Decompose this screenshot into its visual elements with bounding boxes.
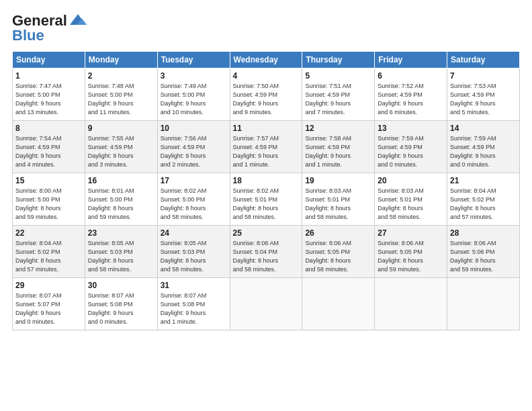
table-cell: 3Sunrise: 7:49 AMSunset: 5:00 PMDaylight… bbox=[157, 68, 230, 121]
day-number: 2 bbox=[88, 71, 154, 81]
day-number: 29 bbox=[15, 281, 82, 290]
day-number: 9 bbox=[88, 124, 154, 133]
day-detail: Sunrise: 8:03 AMSunset: 5:01 PMDaylight:… bbox=[378, 187, 424, 220]
day-number: 14 bbox=[450, 124, 517, 133]
day-detail: Sunrise: 7:51 AMSunset: 4:59 PMDaylight:… bbox=[305, 83, 351, 116]
day-detail: Sunrise: 8:06 AMSunset: 5:06 PMDaylight:… bbox=[450, 240, 496, 273]
table-cell: 21Sunrise: 8:04 AMSunset: 5:02 PMDayligh… bbox=[447, 173, 520, 226]
calendar-table: Sunday Monday Tuesday Wednesday Thursday… bbox=[12, 51, 520, 330]
table-cell: 15Sunrise: 8:00 AMSunset: 5:00 PMDayligh… bbox=[13, 173, 85, 226]
logo-icon bbox=[69, 13, 87, 28]
table-cell: 24Sunrise: 8:05 AMSunset: 5:03 PMDayligh… bbox=[157, 226, 230, 278]
table-cell: 6Sunrise: 7:52 AMSunset: 4:59 PMDaylight… bbox=[375, 68, 447, 121]
day-number: 15 bbox=[15, 176, 82, 185]
col-tuesday: Tuesday bbox=[157, 52, 230, 68]
table-cell: 19Sunrise: 8:03 AMSunset: 5:01 PMDayligh… bbox=[302, 173, 375, 226]
table-cell: 8Sunrise: 7:54 AMSunset: 4:59 PMDaylight… bbox=[13, 121, 85, 173]
day-number: 19 bbox=[305, 176, 371, 185]
day-detail: Sunrise: 7:59 AMSunset: 4:59 PMDaylight:… bbox=[378, 135, 424, 168]
day-detail: Sunrise: 7:57 AMSunset: 4:59 PMDaylight:… bbox=[233, 135, 279, 168]
day-detail: Sunrise: 8:06 AMSunset: 5:05 PMDaylight:… bbox=[378, 240, 424, 273]
day-detail: Sunrise: 8:04 AMSunset: 5:02 PMDaylight:… bbox=[450, 187, 496, 220]
day-number: 23 bbox=[88, 228, 154, 238]
week-row-3: 15Sunrise: 8:00 AMSunset: 5:00 PMDayligh… bbox=[13, 173, 520, 226]
day-number: 26 bbox=[305, 228, 371, 238]
table-cell: 1Sunrise: 7:47 AMSunset: 5:00 PMDaylight… bbox=[13, 68, 85, 121]
day-detail: Sunrise: 7:48 AMSunset: 5:00 PMDaylight:… bbox=[88, 83, 134, 116]
day-number: 27 bbox=[378, 228, 444, 238]
day-number: 25 bbox=[233, 228, 300, 238]
table-cell: 11Sunrise: 7:57 AMSunset: 4:59 PMDayligh… bbox=[230, 121, 302, 173]
table-cell: 30Sunrise: 8:07 AMSunset: 5:08 PMDayligh… bbox=[85, 278, 157, 330]
table-cell: 7Sunrise: 7:53 AMSunset: 4:59 PMDaylight… bbox=[447, 68, 520, 121]
col-sunday: Sunday bbox=[13, 52, 85, 68]
day-detail: Sunrise: 8:07 AMSunset: 5:08 PMDaylight:… bbox=[161, 292, 207, 325]
day-detail: Sunrise: 8:06 AMSunset: 5:04 PMDaylight:… bbox=[233, 240, 279, 273]
day-detail: Sunrise: 8:04 AMSunset: 5:02 PMDaylight:… bbox=[15, 240, 62, 273]
day-number: 20 bbox=[378, 176, 444, 185]
day-detail: Sunrise: 8:02 AMSunset: 5:00 PMDaylight:… bbox=[161, 187, 207, 220]
week-row-4: 22Sunrise: 8:04 AMSunset: 5:02 PMDayligh… bbox=[13, 226, 520, 278]
day-detail: Sunrise: 7:50 AMSunset: 4:59 PMDaylight:… bbox=[233, 83, 279, 116]
table-cell: 2Sunrise: 7:48 AMSunset: 5:00 PMDaylight… bbox=[85, 68, 157, 121]
col-monday: Monday bbox=[85, 52, 157, 68]
calendar-header-row: Sunday Monday Tuesday Wednesday Thursday… bbox=[13, 52, 520, 68]
table-cell bbox=[230, 278, 302, 330]
table-cell: 10Sunrise: 7:56 AMSunset: 4:59 PMDayligh… bbox=[157, 121, 230, 173]
table-cell: 29Sunrise: 8:07 AMSunset: 5:07 PMDayligh… bbox=[13, 278, 85, 330]
day-number: 21 bbox=[450, 176, 517, 185]
page-header: General Blue bbox=[12, 12, 520, 44]
day-number: 18 bbox=[233, 176, 300, 185]
day-number: 4 bbox=[233, 71, 300, 81]
day-detail: Sunrise: 8:05 AMSunset: 5:03 PMDaylight:… bbox=[88, 240, 134, 273]
col-friday: Friday bbox=[375, 52, 447, 68]
week-row-1: 1Sunrise: 7:47 AMSunset: 5:00 PMDaylight… bbox=[13, 68, 520, 121]
table-cell bbox=[375, 278, 447, 330]
day-number: 3 bbox=[161, 71, 227, 81]
day-detail: Sunrise: 8:03 AMSunset: 5:01 PMDaylight:… bbox=[305, 187, 351, 220]
day-number: 24 bbox=[161, 228, 227, 238]
day-detail: Sunrise: 8:07 AMSunset: 5:07 PMDaylight:… bbox=[15, 292, 62, 325]
table-cell: 26Sunrise: 8:06 AMSunset: 5:05 PMDayligh… bbox=[302, 226, 375, 278]
table-cell: 9Sunrise: 7:55 AMSunset: 4:59 PMDaylight… bbox=[85, 121, 157, 173]
day-detail: Sunrise: 8:06 AMSunset: 5:05 PMDaylight:… bbox=[305, 240, 351, 273]
table-cell bbox=[302, 278, 375, 330]
table-cell: 25Sunrise: 8:06 AMSunset: 5:04 PMDayligh… bbox=[230, 226, 302, 278]
day-detail: Sunrise: 7:53 AMSunset: 4:59 PMDaylight:… bbox=[450, 83, 496, 116]
day-detail: Sunrise: 7:49 AMSunset: 5:00 PMDaylight:… bbox=[161, 83, 207, 116]
day-number: 16 bbox=[88, 176, 154, 185]
table-cell: 23Sunrise: 8:05 AMSunset: 5:03 PMDayligh… bbox=[85, 226, 157, 278]
day-number: 1 bbox=[15, 71, 82, 81]
logo: General Blue bbox=[12, 12, 87, 44]
day-number: 7 bbox=[450, 71, 517, 81]
day-number: 30 bbox=[88, 281, 154, 290]
day-number: 22 bbox=[15, 228, 82, 238]
day-number: 8 bbox=[15, 124, 82, 133]
table-cell: 12Sunrise: 7:58 AMSunset: 4:59 PMDayligh… bbox=[302, 121, 375, 173]
table-cell: 28Sunrise: 8:06 AMSunset: 5:06 PMDayligh… bbox=[447, 226, 520, 278]
table-cell: 13Sunrise: 7:59 AMSunset: 4:59 PMDayligh… bbox=[375, 121, 447, 173]
table-cell: 5Sunrise: 7:51 AMSunset: 4:59 PMDaylight… bbox=[302, 68, 375, 121]
col-saturday: Saturday bbox=[447, 52, 520, 68]
table-cell: 20Sunrise: 8:03 AMSunset: 5:01 PMDayligh… bbox=[375, 173, 447, 226]
table-cell: 4Sunrise: 7:50 AMSunset: 4:59 PMDaylight… bbox=[230, 68, 302, 121]
table-cell: 16Sunrise: 8:01 AMSunset: 5:00 PMDayligh… bbox=[85, 173, 157, 226]
day-detail: Sunrise: 8:01 AMSunset: 5:00 PMDaylight:… bbox=[88, 187, 134, 220]
table-cell: 31Sunrise: 8:07 AMSunset: 5:08 PMDayligh… bbox=[157, 278, 230, 330]
day-detail: Sunrise: 8:02 AMSunset: 5:01 PMDaylight:… bbox=[233, 187, 279, 220]
day-detail: Sunrise: 8:00 AMSunset: 5:00 PMDaylight:… bbox=[15, 187, 62, 220]
day-number: 5 bbox=[305, 71, 371, 81]
day-detail: Sunrise: 7:47 AMSunset: 5:00 PMDaylight:… bbox=[15, 83, 62, 116]
week-row-5: 29Sunrise: 8:07 AMSunset: 5:07 PMDayligh… bbox=[13, 278, 520, 330]
day-detail: Sunrise: 7:58 AMSunset: 4:59 PMDaylight:… bbox=[305, 135, 351, 168]
logo-blue: Blue bbox=[12, 27, 44, 44]
day-number: 11 bbox=[233, 124, 300, 133]
day-detail: Sunrise: 8:05 AMSunset: 5:03 PMDaylight:… bbox=[161, 240, 207, 273]
day-detail: Sunrise: 7:59 AMSunset: 4:59 PMDaylight:… bbox=[450, 135, 496, 168]
day-number: 10 bbox=[161, 124, 227, 133]
day-number: 12 bbox=[305, 124, 371, 133]
day-number: 28 bbox=[450, 228, 517, 238]
table-cell: 18Sunrise: 8:02 AMSunset: 5:01 PMDayligh… bbox=[230, 173, 302, 226]
day-detail: Sunrise: 7:52 AMSunset: 4:59 PMDaylight:… bbox=[378, 83, 424, 116]
col-wednesday: Wednesday bbox=[230, 52, 302, 68]
